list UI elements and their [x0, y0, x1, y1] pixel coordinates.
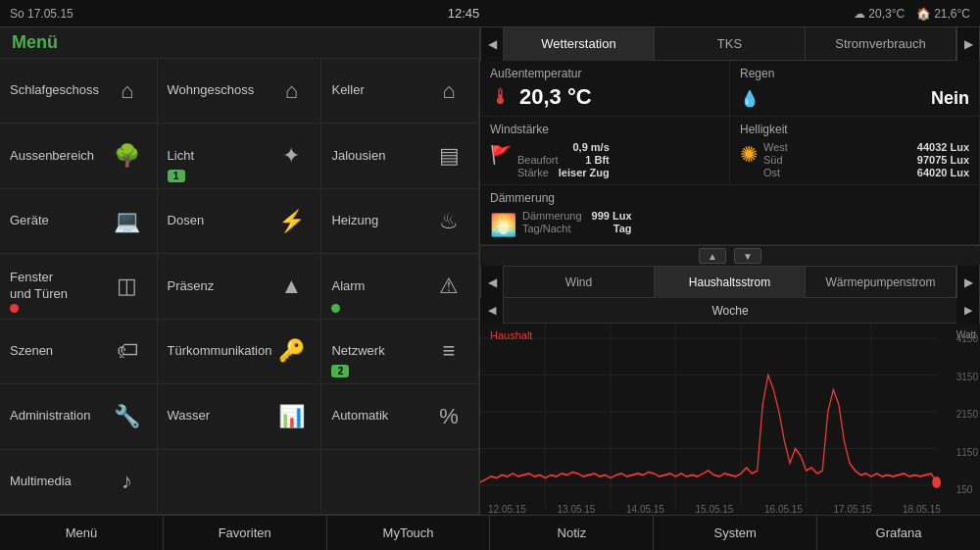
- x-label-4: 16.05.15: [764, 504, 803, 515]
- bottom-grafana[interactable]: Grafana: [817, 516, 980, 550]
- hell-west-row: West 44032 Lux: [763, 141, 969, 153]
- daemm-tagn-lbl: Tag/Nacht: [522, 223, 571, 234]
- wind-staerke-val: leiser Zug: [559, 167, 610, 178]
- menu-item-multimedia[interactable]: Multimedia ♪: [0, 450, 158, 515]
- bottom-system[interactable]: System: [654, 516, 817, 550]
- chart-area: Haushalt Watt .chart-line { fill: none; …: [480, 324, 980, 515]
- menu-item-fenster[interactable]: Fensterund Türen ◫: [0, 254, 158, 319]
- y-label-4150: 4150: [956, 333, 978, 344]
- y-label-3150: 3150: [956, 372, 978, 382]
- tab-tks[interactable]: TKS: [655, 27, 806, 61]
- menu-label-szenen: Szenen: [10, 343, 108, 360]
- menu-item-jalousien[interactable]: Jalousien ▤: [321, 124, 479, 188]
- fenster-badge: [10, 304, 19, 313]
- temp2-value: 21,6°C: [934, 7, 970, 21]
- weather-tabs: ◀ Wetterstation TKS Stromverbrauch ▶: [480, 27, 980, 61]
- wind-ms-row: 0,9 m/s: [517, 141, 610, 153]
- week-next-arrow[interactable]: ▶: [956, 298, 980, 324]
- wind-main: 🚩 0,9 m/s Beaufort 1 Bft Stärke leiser: [490, 140, 719, 178]
- garden-icon: 🌳: [108, 143, 147, 169]
- hell-ost-val: 64020 Lux: [917, 167, 969, 178]
- menu-item-alarm[interactable]: Alarm ⚠: [321, 254, 479, 319]
- menu-item-aussenbereich[interactable]: Aussenbereich 🌳: [0, 124, 158, 188]
- time-display: 12:45: [448, 6, 480, 21]
- menu-item-netzwerk[interactable]: Netzwerk ≡ 2: [321, 320, 479, 384]
- menu-item-dosen[interactable]: Dosen ⚡: [158, 189, 322, 254]
- wind-bft-label: Beaufort: [517, 154, 559, 166]
- house-icon: ⌂: [108, 78, 147, 104]
- regen-label: Regen: [740, 67, 969, 80]
- regen-main: 💧 Nein: [740, 88, 969, 109]
- menu-item-automatik[interactable]: Automatik %: [321, 384, 479, 449]
- week-row: ◀ Woche ▶: [480, 298, 980, 324]
- tab-haushalt[interactable]: Haushaltsstrom: [655, 267, 806, 298]
- temp2-display: 🏠 21,6°C: [916, 7, 970, 21]
- menu-label-administration: Administration: [10, 408, 108, 425]
- menu-item-wohngeschoss[interactable]: Wohngeschoss ⌂: [158, 59, 322, 124]
- menu-label-dosen: Dosen: [168, 213, 272, 229]
- menu-item-praesenz[interactable]: Präsenz ▲: [158, 254, 322, 319]
- netzwerk-badge: 2: [331, 365, 349, 377]
- wind-staerke-label: Stärke: [517, 167, 549, 178]
- scene-icon: 🏷: [108, 338, 147, 364]
- tab-stromverbrauch[interactable]: Stromverbrauch: [806, 27, 956, 61]
- week-prev-arrow[interactable]: ◀: [480, 298, 504, 324]
- blinds-icon: ▤: [429, 143, 468, 169]
- tab-wetterstation[interactable]: Wetterstation: [504, 27, 655, 61]
- menu-item-tuerkommunikation[interactable]: Türkommunikation 🔑: [158, 320, 322, 384]
- menu-item-geraete[interactable]: Geräte 💻: [0, 189, 158, 254]
- menu-grid: Schlafgeschoss ⌂ Wohngeschoss ⌂ Keller ⌂…: [0, 59, 479, 515]
- bottom-mytouch[interactable]: MyTouch: [327, 516, 491, 550]
- tab-wind[interactable]: Wind: [504, 267, 655, 298]
- x-label-5: 17.05.15: [834, 504, 872, 515]
- hell-ost-row: Ost 64020 Lux: [763, 167, 969, 178]
- power-next-arrow[interactable]: ▶: [956, 266, 980, 299]
- status-area: ☁ 20,3°C 🏠 21,6°C: [854, 7, 970, 21]
- menu-item-keller[interactable]: Keller ⌂: [321, 59, 479, 124]
- weather-data: Außentemperatur 🌡 20,3 °C Regen 💧 Nein: [480, 61, 980, 246]
- wind-ms-val: 0,9 m/s: [572, 141, 609, 153]
- hell-sued-lbl: Süd: [763, 154, 783, 166]
- date-display: So 17.05.15: [10, 7, 74, 21]
- scroll-down-arrow[interactable]: ▼: [734, 248, 761, 264]
- right-panel: ◀ Wetterstation TKS Stromverbrauch ▶ Auß…: [480, 27, 980, 515]
- menu-item-schlafgeschoss[interactable]: Schlafgeschoss ⌂: [0, 59, 158, 124]
- menu-item-licht[interactable]: Licht ✦ 1: [158, 124, 322, 188]
- menu-label-wasser: Wasser: [168, 408, 272, 425]
- menu-item-heizung[interactable]: Heizung ♨: [321, 189, 479, 254]
- scroll-up-arrow[interactable]: ▲: [699, 248, 726, 264]
- wind-rows: 0,9 m/s Beaufort 1 Bft Stärke leiser Zug: [517, 140, 610, 178]
- tab-waerme[interactable]: Wärmepumpenstrom: [806, 267, 956, 298]
- y-label-1150: 1150: [956, 447, 978, 458]
- main-content: Menü Schlafgeschoss ⌂ Wohngeschoss ⌂ Kel…: [0, 27, 980, 515]
- helligkeit-label: Helligkeit: [740, 123, 969, 136]
- hell-west-lbl: West: [763, 141, 788, 153]
- menu-item-szenen[interactable]: Szenen 🏷: [0, 320, 158, 384]
- aussentemperatur-block: Außentemperatur 🌡 20,3 °C: [480, 61, 730, 117]
- svg-point-11: [932, 476, 941, 488]
- wind-bft-val: 1 Bft: [585, 154, 609, 166]
- topbar: So 17.05.15 12:45 ☁ 20,3°C 🏠 21,6°C: [0, 0, 980, 27]
- regen-value: Nein: [931, 88, 969, 109]
- menu-label-geraete: Geräte: [10, 213, 108, 229]
- admin-icon: 🔧: [108, 404, 147, 429]
- menu-label-wohngeschoss: Wohngeschoss: [168, 82, 272, 99]
- menu-label-heizung: Heizung: [331, 213, 429, 229]
- daemm-lux-val: 999 Lux: [592, 210, 632, 222]
- weather-next-arrow[interactable]: ▶: [956, 27, 980, 61]
- menu-label-schlafgeschoss: Schlafgeschoss: [10, 82, 108, 99]
- chart-y-labels: 4150 3150 2150 1150 150: [956, 333, 978, 495]
- menu-item-wasser[interactable]: Wasser 📊: [158, 384, 322, 449]
- menu-item-administration[interactable]: Administration 🔧: [0, 384, 158, 449]
- hell-main: ✺ West 44032 Lux Süd 97075 Lux Ost 64020: [740, 140, 969, 178]
- hell-sued-val: 97075 Lux: [917, 154, 969, 166]
- bottom-favoriten[interactable]: Favoriten: [164, 516, 327, 550]
- hell-sued-row: Süd 97075 Lux: [763, 154, 969, 166]
- bottom-notiz[interactable]: Notiz: [490, 516, 654, 550]
- daemm-lux-lbl: Dämmerung: [522, 210, 582, 222]
- bottom-menu[interactable]: Menü: [0, 516, 164, 550]
- temp1-value: 20,3°C: [868, 7, 905, 21]
- power-prev-arrow[interactable]: ◀: [480, 266, 504, 299]
- hell-ost-lbl: Ost: [763, 167, 780, 178]
- weather-prev-arrow[interactable]: ◀: [480, 27, 504, 61]
